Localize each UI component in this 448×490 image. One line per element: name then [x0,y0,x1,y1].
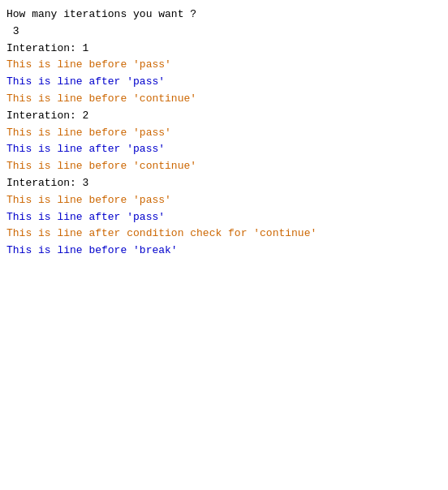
output-line: This is line before 'pass' [6,57,442,74]
output-line: Interation: 2 [6,108,442,125]
output-line: This is line after 'pass' [6,141,442,158]
output-line: Interation: 1 [6,41,442,58]
output-line: 3 [6,24,442,41]
output-line: How many iterations you want ? [6,6,442,24]
output-line: This is line after condition check for '… [6,226,442,243]
output-line: This is line before 'continue' [6,91,442,108]
output-line: Interation: 3 [6,175,442,192]
output-line: This is line before 'break' [6,243,442,260]
output-line: This is line before 'pass' [6,125,442,142]
output-line: This is line after 'pass' [6,209,442,226]
output-line: This is line after 'pass' [6,74,442,91]
output-line: This is line before 'pass' [6,192,442,209]
output-line: This is line before 'continue' [6,158,442,175]
terminal-output: How many iterations you want ? 3Interati… [6,6,442,260]
